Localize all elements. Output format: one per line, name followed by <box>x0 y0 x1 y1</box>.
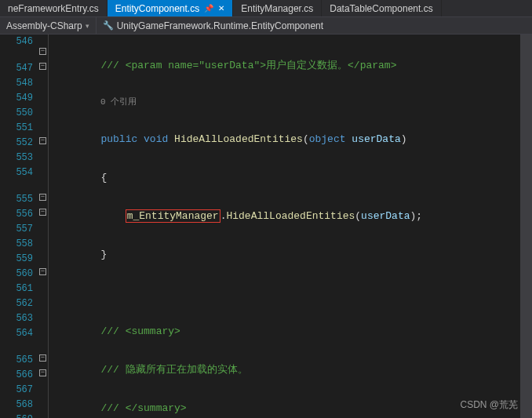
line-number: 561 <box>0 282 33 296</box>
close-icon[interactable]: ✕ <box>218 4 224 13</box>
tab-label: DataTableComponent.cs <box>330 3 432 14</box>
line-number: 559 <box>0 252 33 267</box>
highlight-field: m_EntityManager <box>126 209 220 223</box>
nav-type-label: UnityGameFramework.Runtime.EntityCompone… <box>117 20 323 31</box>
line-number: 565 <box>0 353 33 368</box>
tab-entitymanager[interactable]: EntityManager.cs <box>233 0 322 16</box>
fold-toggle[interactable]: − <box>39 137 46 144</box>
line-number: 562 <box>0 296 33 311</box>
xml-doc: /// <param name="userData">用户自定义数据。</par… <box>100 60 396 71</box>
line-number: 550 <box>0 106 33 121</box>
line-number: 549 <box>0 91 33 106</box>
fold-toggle[interactable]: − <box>39 194 46 201</box>
line-number: 557 <box>0 222 33 237</box>
line-number: 564 <box>0 326 33 341</box>
line-number: 552 <box>0 136 33 151</box>
line-number: 554 <box>0 165 33 180</box>
tab-datatablecomponent[interactable]: DataTableComponent.cs <box>322 0 441 16</box>
nav-type[interactable]: 🔧 UnityGameFramework.Runtime.EntityCompo… <box>97 17 330 34</box>
chevron-down-icon: ▾ <box>86 22 89 30</box>
line-number: 569 <box>0 413 33 418</box>
line-number: 567 <box>0 383 33 398</box>
fold-gutter: − − − − − − − − <box>38 35 49 418</box>
line-number: 551 <box>0 121 33 136</box>
tab-label: neFrameworkEntry.cs <box>8 3 99 14</box>
line-number: 548 <box>0 76 33 91</box>
nav-assembly[interactable]: Assembly-CSharp ▾ <box>0 17 96 34</box>
line-number: 566 <box>0 368 33 383</box>
codelens-refs[interactable]: 0 个引用 <box>52 96 532 108</box>
file-tabs: neFrameworkEntry.cs EntityComponent.cs 📌… <box>0 0 532 17</box>
line-number: 560 <box>0 267 33 282</box>
fold-toggle[interactable]: − <box>39 63 46 70</box>
class-icon: 🔧 <box>103 20 114 31</box>
code-nav-bar: Assembly-CSharp ▾ 🔧 UnityGameFramework.R… <box>0 17 532 35</box>
pin-icon[interactable]: 📌 <box>204 4 213 13</box>
fold-toggle[interactable]: − <box>39 268 46 275</box>
fold-toggle[interactable]: − <box>39 209 46 216</box>
line-number: 568 <box>0 398 33 413</box>
tab-label: EntityManager.cs <box>241 3 313 14</box>
code-area[interactable]: /// <param name="userData">用户自定义数据。</par… <box>49 35 532 418</box>
nav-assembly-label: Assembly-CSharp <box>6 20 82 31</box>
fold-toggle[interactable]: − <box>39 369 46 376</box>
line-number: 555 <box>0 192 33 207</box>
line-number: 546 <box>0 35 33 49</box>
line-number: 563 <box>0 311 33 326</box>
line-number-gutter: 546 547 548 549 550 551 552 553 554 555 … <box>0 35 38 418</box>
watermark: CSDN @荒芜 <box>460 398 518 412</box>
fold-toggle[interactable]: − <box>39 48 46 55</box>
tab-frameworkentry[interactable]: neFrameworkEntry.cs <box>0 0 107 16</box>
line-number: 553 <box>0 151 33 165</box>
fold-toggle[interactable]: − <box>39 354 46 362</box>
tab-label: EntityComponent.cs <box>115 3 199 14</box>
line-number: 556 <box>0 207 33 222</box>
vertical-scrollbar[interactable] <box>520 35 532 418</box>
line-number: 547 <box>0 61 33 76</box>
tab-entitycomponent[interactable]: EntityComponent.cs 📌 ✕ <box>107 0 233 16</box>
code-editor[interactable]: 546 547 548 549 550 551 552 553 554 555 … <box>0 35 532 418</box>
line-number: 558 <box>0 237 33 252</box>
